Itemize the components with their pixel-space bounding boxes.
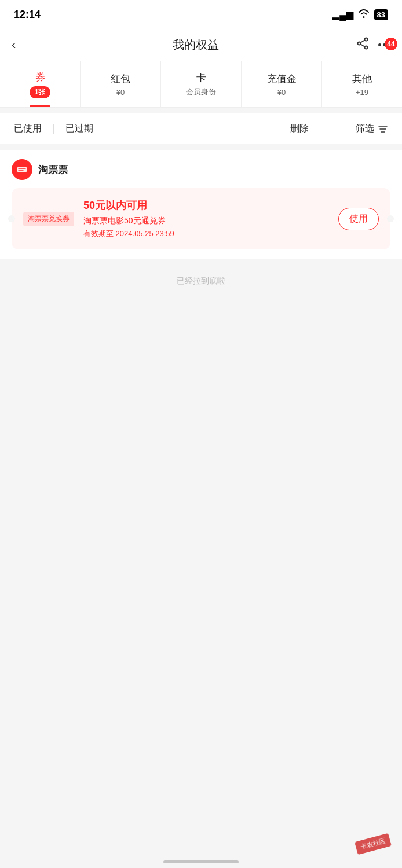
- filter-button[interactable]: 筛选: [356, 123, 388, 135]
- filter-right: 删除 筛选: [290, 123, 388, 135]
- tab-card-sub: 会员身份: [186, 87, 216, 97]
- tab-coupon-label: 券: [35, 71, 45, 84]
- filter-icon: [378, 124, 388, 134]
- watermark: 卡农社区: [355, 833, 392, 855]
- back-button[interactable]: ‹: [12, 38, 35, 53]
- tab-coupon-badge: 1张: [30, 86, 50, 98]
- taopiaopiao-icon: [12, 159, 32, 180]
- tab-card-label: 卡: [196, 71, 206, 84]
- coupon-title: 50元以内可用: [83, 198, 329, 212]
- used-filter[interactable]: 已使用: [14, 123, 42, 135]
- svg-line-3: [360, 40, 365, 43]
- tab-topup-label: 充值金: [267, 72, 297, 86]
- status-time: 12:14: [14, 9, 41, 21]
- tab-other-label: 其他: [352, 72, 372, 86]
- tab-other-sub: +19: [356, 88, 368, 97]
- coupon-use-button[interactable]: 使用: [338, 208, 379, 230]
- status-bar: 12:14 ▂▄▆ 83: [0, 0, 402, 29]
- share-button[interactable]: [356, 37, 369, 53]
- page-title: 我的权益: [173, 37, 219, 53]
- svg-point-0: [365, 38, 368, 41]
- filter-label: 筛选: [356, 123, 374, 135]
- nav-right: 44: [356, 37, 390, 53]
- delete-button[interactable]: 删除: [290, 123, 309, 135]
- coupon-info: 50元以内可用 淘票票电影50元通兑券 有效期至 2024.05.25 23:5…: [83, 198, 329, 239]
- filter-divider-2: [332, 124, 332, 134]
- wifi-icon: [358, 9, 370, 20]
- coupon-card: 淘票票兑换券 50元以内可用 淘票票电影50元通兑券 有效期至 2024.05.…: [12, 188, 390, 249]
- section-header: 淘票票: [12, 159, 390, 180]
- section-title: 淘票票: [38, 163, 68, 176]
- tab-bar: 券 1张 红包 ¥0 卡 会员身份 充值金 ¥0 其他 +19: [0, 61, 402, 108]
- tab-topup-sub: ¥0: [277, 88, 286, 97]
- coupon-expire: 有效期至 2024.05.25 23:59: [83, 229, 329, 239]
- tab-other[interactable]: 其他 +19: [322, 61, 402, 107]
- notification-badge: 44: [385, 38, 397, 50]
- battery-icon: 83: [374, 9, 388, 20]
- status-icons: ▂▄▆ 83: [332, 9, 388, 20]
- expired-filter[interactable]: 已过期: [65, 123, 93, 135]
- coupon-desc: 淘票票电影50元通兑券: [83, 216, 329, 226]
- nav-bar: ‹ 我的权益 44: [0, 29, 402, 61]
- svg-point-1: [365, 46, 368, 49]
- home-indicator: [163, 860, 239, 863]
- notification-button[interactable]: 44: [378, 43, 390, 46]
- svg-point-2: [358, 42, 361, 45]
- filter-divider-1: [53, 124, 54, 134]
- filter-bar: 已使用 已过期 删除 筛选: [0, 113, 402, 144]
- svg-line-4: [360, 44, 365, 47]
- tab-topup[interactable]: 充值金 ¥0: [242, 61, 322, 107]
- coupon-section: 淘票票 淘票票兑换券 50元以内可用 淘票票电影50元通兑券 有效期至 2024…: [0, 150, 402, 259]
- tab-redpacket-label: 红包: [111, 72, 130, 86]
- signal-icon: ▂▄▆: [332, 9, 353, 20]
- svg-rect-8: [17, 167, 27, 172]
- tab-active-indicator: [30, 105, 50, 107]
- tab-coupon[interactable]: 券 1张: [0, 61, 81, 107]
- tab-redpacket[interactable]: 红包 ¥0: [81, 61, 161, 107]
- coupon-tag: 淘票票兑换券: [23, 212, 74, 226]
- tab-card[interactable]: 卡 会员身份: [161, 61, 242, 107]
- tab-redpacket-sub: ¥0: [116, 88, 125, 97]
- bottom-text: 已经拉到底啦: [0, 259, 402, 298]
